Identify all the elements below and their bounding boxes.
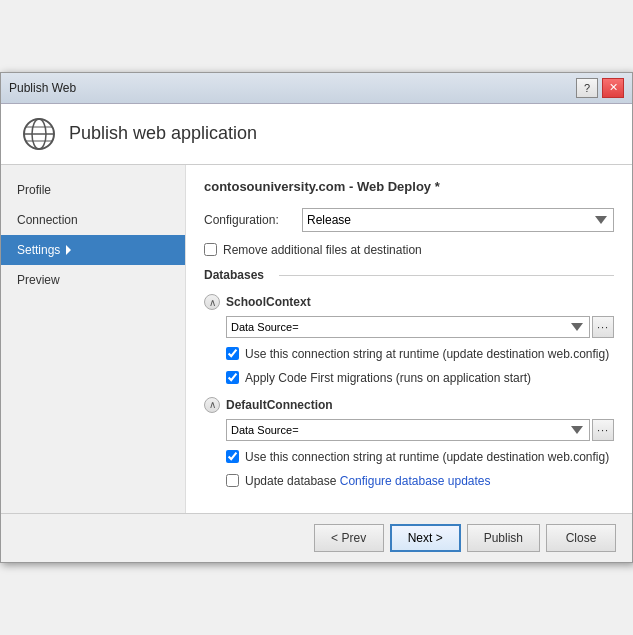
default-update-db-row: Update database Configure database updat…	[226, 473, 614, 490]
databases-label: Databases	[204, 268, 272, 282]
school-apply-migrations-row: Apply Code First migrations (runs on app…	[226, 370, 614, 387]
config-label: Configuration:	[204, 213, 294, 227]
school-context-section: ∧ SchoolContext Data Source= ··· Use thi…	[204, 294, 614, 387]
footer: < Prev Next > Publish Close	[1, 513, 632, 562]
configuration-select[interactable]: Release Debug	[302, 208, 614, 232]
default-connection-section: ∧ DefaultConnection Data Source= ··· Use…	[204, 397, 614, 490]
close-window-button[interactable]: ✕	[602, 78, 624, 98]
school-use-connection-checkbox[interactable]	[226, 347, 239, 360]
school-context-header: ∧ SchoolContext	[204, 294, 614, 310]
main-content: Profile Connection Settings Preview cont…	[1, 165, 632, 514]
prev-button[interactable]: < Prev	[314, 524, 384, 552]
window-controls: ? ✕	[576, 78, 624, 98]
default-datasource-select[interactable]: Data Source=	[226, 419, 590, 441]
sidebar-item-connection[interactable]: Connection	[1, 205, 185, 235]
school-context-name: SchoolContext	[226, 295, 311, 309]
school-datasource-select[interactable]: Data Source=	[226, 316, 590, 338]
configuration-row: Configuration: Release Debug	[204, 208, 614, 232]
configure-db-updates-link[interactable]: Configure database updates	[340, 474, 491, 488]
publish-web-window: Publish Web ? ✕ Publish web application …	[0, 72, 633, 564]
title-bar: Publish Web ? ✕	[1, 73, 632, 104]
header-area: Publish web application	[1, 104, 632, 165]
sidebar-item-preview[interactable]: Preview	[1, 265, 185, 295]
content-area: contosouniversity.com - Web Deploy * Con…	[186, 165, 632, 514]
sidebar-item-settings[interactable]: Settings	[1, 235, 185, 265]
default-update-db-checkbox[interactable]	[226, 474, 239, 487]
window-title: Publish Web	[9, 81, 76, 95]
help-button[interactable]: ?	[576, 78, 598, 98]
school-datasource-browse-btn[interactable]: ···	[592, 316, 614, 338]
school-apply-migrations-label[interactable]: Apply Code First migrations (runs on app…	[245, 370, 531, 387]
deploy-target-title: contosouniversity.com - Web Deploy *	[204, 179, 614, 194]
school-datasource-row: Data Source= ···	[226, 316, 614, 338]
globe-icon	[21, 116, 57, 152]
default-connection-name: DefaultConnection	[226, 398, 333, 412]
school-use-connection-row: Use this connection string at runtime (u…	[226, 346, 614, 363]
close-button[interactable]: Close	[546, 524, 616, 552]
school-use-connection-label[interactable]: Use this connection string at runtime (u…	[245, 346, 609, 363]
default-update-db-label[interactable]: Update database Configure database updat…	[245, 473, 491, 490]
databases-divider: Databases	[204, 268, 614, 282]
default-connection-fields: Data Source= ··· Use this connection str…	[204, 419, 614, 490]
next-button[interactable]: Next >	[390, 524, 461, 552]
remove-files-checkbox[interactable]	[204, 243, 217, 256]
default-connection-collapse-btn[interactable]: ∧	[204, 397, 220, 413]
config-select-wrapper: Release Debug	[302, 208, 614, 232]
header-title: Publish web application	[69, 123, 257, 144]
school-context-fields: Data Source= ··· Use this connection str…	[204, 316, 614, 387]
default-use-connection-label[interactable]: Use this connection string at runtime (u…	[245, 449, 609, 466]
school-apply-migrations-checkbox[interactable]	[226, 371, 239, 384]
sidebar: Profile Connection Settings Preview	[1, 165, 186, 514]
default-use-connection-checkbox[interactable]	[226, 450, 239, 463]
remove-files-row: Remove additional files at destination	[204, 242, 614, 259]
remove-files-label[interactable]: Remove additional files at destination	[223, 242, 422, 259]
default-use-connection-row: Use this connection string at runtime (u…	[226, 449, 614, 466]
active-arrow-icon	[66, 245, 71, 255]
default-connection-header: ∧ DefaultConnection	[204, 397, 614, 413]
default-datasource-browse-btn[interactable]: ···	[592, 419, 614, 441]
sidebar-item-profile[interactable]: Profile	[1, 175, 185, 205]
school-context-collapse-btn[interactable]: ∧	[204, 294, 220, 310]
default-datasource-row: Data Source= ···	[226, 419, 614, 441]
publish-button[interactable]: Publish	[467, 524, 540, 552]
